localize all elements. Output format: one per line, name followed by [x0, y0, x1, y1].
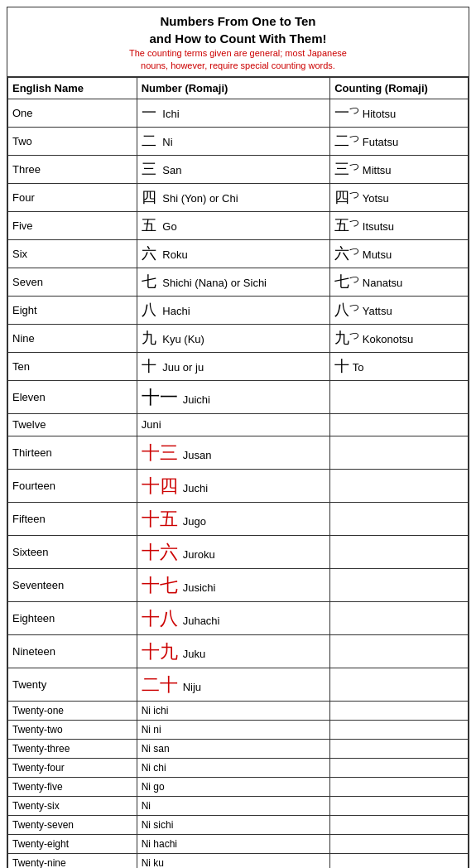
- english-name: Ten: [8, 353, 137, 381]
- number-romaji: 十五Jugo: [137, 502, 330, 535]
- counting-romaji: 一つ Hitotsu: [330, 99, 469, 128]
- number-romaji: 八 Hachi: [137, 297, 330, 325]
- number-romaji: 十九Juku: [137, 634, 330, 668]
- english-name: Twenty-eight: [8, 834, 137, 853]
- table-row: Thirteen十三Jusan: [8, 436, 469, 469]
- counting-romaji: 四つ Yotsu: [330, 184, 469, 212]
- table-row: Twenty二十Niju: [8, 668, 469, 701]
- counting-romaji: [330, 758, 469, 777]
- english-name: Fourteen: [8, 469, 137, 502]
- counting-romaji: 七つ Nanatsu: [330, 268, 469, 297]
- number-romaji: 十一Juichi: [137, 381, 330, 414]
- number-romaji: 五 Go: [137, 212, 330, 240]
- counting-romaji: 二つ Futatsu: [330, 128, 469, 156]
- number-romaji: Ni go: [137, 777, 330, 796]
- main-container: Numbers From One to Ten and How to Count…: [7, 7, 469, 868]
- counting-romaji: [330, 815, 469, 834]
- number-romaji: 二 Ni: [137, 128, 330, 156]
- table-row: Four四 Shi (Yon) or Chi四つ Yotsu: [8, 184, 469, 212]
- number-romaji: 九 Kyu (Ku): [137, 325, 330, 353]
- number-romaji: Ni chi: [137, 758, 330, 777]
- counting-romaji: [330, 796, 469, 815]
- english-name: Twenty-five: [8, 777, 137, 796]
- table-row: Sixteen十六Juroku: [8, 535, 469, 568]
- counting-romaji: 八つ Yattsu: [330, 297, 469, 325]
- english-name: Twenty-nine: [8, 853, 137, 868]
- page-subtitle: The counting terms given are general; mo…: [11, 47, 465, 73]
- english-name: Eight: [8, 297, 137, 325]
- counting-romaji: [330, 634, 469, 668]
- table-row: One一 Ichi一つ Hitotsu: [8, 99, 469, 128]
- table-row: Twenty-sixNi: [8, 796, 469, 815]
- table-row: Twenty-nineNi ku: [8, 853, 469, 868]
- table-row: Twenty-threeNi san: [8, 739, 469, 758]
- number-romaji: 十七Jusichi: [137, 568, 330, 601]
- english-name: Twenty-four: [8, 758, 137, 777]
- page-title: Numbers From One to Ten and How to Count…: [11, 12, 465, 47]
- counting-romaji: [330, 414, 469, 436]
- counting-romaji: [330, 834, 469, 853]
- table-row: Two二 Ni二つ Futatsu: [8, 128, 469, 156]
- counting-romaji: [330, 502, 469, 535]
- counting-romaji: 九つ Kokonotsu: [330, 325, 469, 353]
- counting-romaji: [330, 739, 469, 758]
- english-name: Four: [8, 184, 137, 212]
- number-romaji: 十六Juroku: [137, 535, 330, 568]
- counting-romaji: 六つ Mutsu: [330, 240, 469, 268]
- table-row: Ten十 Juu or ju十 To: [8, 353, 469, 381]
- number-romaji: 七 Shichi (Nana) or Sichi: [137, 268, 330, 297]
- number-romaji: Ni ku: [137, 853, 330, 868]
- number-romaji: 二十Niju: [137, 668, 330, 701]
- counting-romaji: [330, 853, 469, 868]
- english-name: Three: [8, 156, 137, 184]
- english-name: Twenty-six: [8, 796, 137, 815]
- table-row: Eleven十一Juichi: [8, 381, 469, 414]
- table-row: Eighteen十八Juhachi: [8, 601, 469, 634]
- counting-romaji: [330, 668, 469, 701]
- table-row: Twenty-oneNi ichi: [8, 701, 469, 720]
- page-header: Numbers From One to Ten and How to Count…: [7, 7, 469, 77]
- english-name: Twenty: [8, 668, 137, 701]
- number-romaji: 一 Ichi: [137, 99, 330, 128]
- table-row: Five五 Go五つ Itsutsu: [8, 212, 469, 240]
- counting-romaji: 五つ Itsutsu: [330, 212, 469, 240]
- counting-romaji: [330, 469, 469, 502]
- counting-romaji: [330, 381, 469, 414]
- english-name: Nineteen: [8, 634, 137, 668]
- table-row: Twenty-eightNi hachi: [8, 834, 469, 853]
- counting-romaji: [330, 436, 469, 469]
- table-row: Twenty-sevenNi sichi: [8, 815, 469, 834]
- counting-romaji: [330, 535, 469, 568]
- number-romaji: 十四Juchi: [137, 469, 330, 502]
- english-name: Nine: [8, 325, 137, 353]
- english-name: One: [8, 99, 137, 128]
- table-row: Nineteen十九Juku: [8, 634, 469, 668]
- number-romaji: Ni hachi: [137, 834, 330, 853]
- col-header-number: Number (Romaji): [137, 77, 330, 99]
- table-row: Three三 San三つ Mittsu: [8, 156, 469, 184]
- english-name: Two: [8, 128, 137, 156]
- english-name: Six: [8, 240, 137, 268]
- counting-romaji: [330, 568, 469, 601]
- number-romaji: Ni sichi: [137, 815, 330, 834]
- english-name: Twenty-three: [8, 739, 137, 758]
- english-name: Eighteen: [8, 601, 137, 634]
- number-romaji: 十三Jusan: [137, 436, 330, 469]
- english-name: Seven: [8, 268, 137, 297]
- number-romaji: 四 Shi (Yon) or Chi: [137, 184, 330, 212]
- number-romaji: 六 Roku: [137, 240, 330, 268]
- english-name: Thirteen: [8, 436, 137, 469]
- numbers-table: English NameNumber (Romaji)Counting (Rom…: [7, 77, 469, 868]
- counting-romaji: [330, 720, 469, 739]
- table-row: Seventeen十七Jusichi: [8, 568, 469, 601]
- english-name: Five: [8, 212, 137, 240]
- table-row: Nine九 Kyu (Ku)九つ Kokonotsu: [8, 325, 469, 353]
- table-row: Seven七 Shichi (Nana) or Sichi七つ Nanatsu: [8, 268, 469, 297]
- english-name: Sixteen: [8, 535, 137, 568]
- number-romaji: Ni: [137, 796, 330, 815]
- number-romaji: Ni ni: [137, 720, 330, 739]
- table-row: Twenty-fiveNi go: [8, 777, 469, 796]
- number-romaji: Ni san: [137, 739, 330, 758]
- english-name: Twenty-two: [8, 720, 137, 739]
- number-romaji: 三 San: [137, 156, 330, 184]
